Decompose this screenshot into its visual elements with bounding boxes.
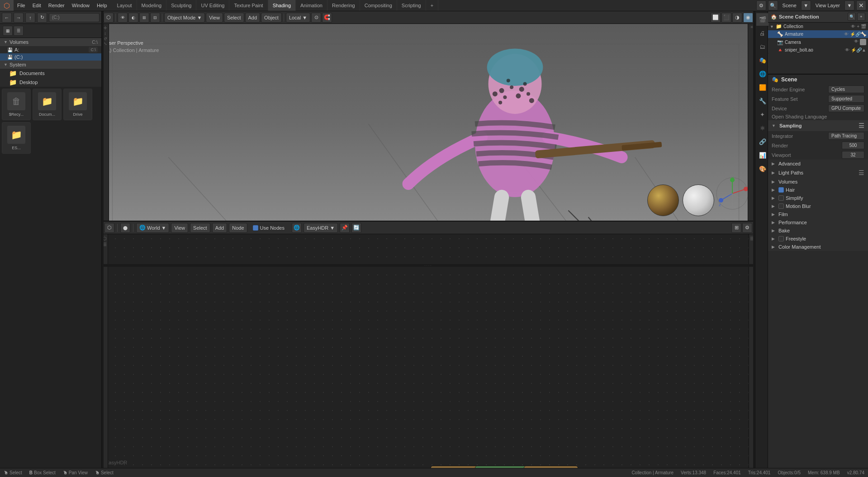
pivot-icon[interactable]: ⊙ <box>311 13 321 23</box>
armature-eye[interactable]: 👁 <box>844 32 849 37</box>
system-documents[interactable]: 📁 Documents <box>0 69 101 78</box>
tree-camera[interactable]: 📷 Camera 👁 <box>768 38 868 46</box>
device-value[interactable]: GPU Compute <box>828 104 864 112</box>
sniper-eye[interactable]: 👁 <box>845 47 849 52</box>
hair-checkbox[interactable] <box>778 187 784 193</box>
tab-add[interactable]: + <box>426 0 438 11</box>
prop-tab-particles[interactable]: ✦ <box>756 108 769 121</box>
view-layer-picker[interactable]: ▼ <box>844 0 854 10</box>
file-thumb-es[interactable]: 📁 ES... <box>2 122 31 154</box>
tab-texture-paint[interactable]: Texture Paint <box>229 0 268 11</box>
tab-shading[interactable]: Shading <box>268 0 296 11</box>
collection-cursor[interactable]: + <box>857 24 859 29</box>
add-menu[interactable]: Add <box>245 13 261 23</box>
use-nodes-checkbox[interactable] <box>253 225 258 231</box>
tab-modeling[interactable]: Modeling <box>137 0 167 11</box>
advanced-section[interactable]: ▶ Advanced <box>768 160 868 168</box>
prop-tab-output[interactable]: 🖨 <box>756 27 769 39</box>
collection-eye[interactable]: 👁 <box>851 24 855 29</box>
ne-view-mode[interactable]: ⬤ <box>120 223 130 233</box>
vp-view-mode[interactable]: 👁 <box>118 13 128 23</box>
volume-c[interactable]: 💾 (C:) <box>0 53 101 61</box>
file-thumb-recycle[interactable]: 🗑 $Recy... <box>2 89 31 120</box>
prop-tab-material[interactable]: 🎨 <box>756 162 769 175</box>
ne-node-btn[interactable]: Node <box>229 223 247 233</box>
right-divider[interactable] <box>753 11 755 468</box>
menu-file[interactable]: File <box>14 0 29 11</box>
ne-editor-type[interactable]: ⬡ <box>104 223 114 233</box>
prop-tab-physics[interactable]: ⚛ <box>756 122 769 134</box>
ne-overlay-btn[interactable]: ⊞ <box>731 223 741 233</box>
ne-pin-btn[interactable]: 📌 <box>340 223 350 233</box>
freestyle-section[interactable]: ▶ Freestyle <box>768 235 868 243</box>
prop-tab-view-layer[interactable]: 🗂 <box>756 40 769 53</box>
tab-compositing[interactable]: Compositing <box>360 0 397 11</box>
color-mgmt-section[interactable]: ▶ Color Management <box>768 243 868 251</box>
menu-help[interactable]: Help <box>93 0 111 11</box>
sidebar-fwd-btn[interactable]: → <box>14 13 24 23</box>
sidebar-back-btn[interactable]: ← <box>2 13 12 23</box>
list-view-btn[interactable]: ☰ <box>14 26 24 36</box>
sampling-section-header[interactable]: ▼ Sampling ☰ <box>768 120 868 131</box>
tab-layout[interactable]: Layout <box>113 0 137 11</box>
tab-animation[interactable]: Animation <box>296 0 327 11</box>
tree-collection[interactable]: ▼ 📁 Collection 👁 + 🎬 <box>768 23 868 30</box>
vp-rotate-icon[interactable]: ↻ <box>103 37 108 41</box>
viewport-samples-value[interactable]: 32 <box>842 151 864 159</box>
ne-select-btn[interactable]: Select <box>190 223 210 233</box>
blender-logo[interactable]: ⬡ <box>0 0 14 11</box>
vp-toggle1[interactable]: ◐ <box>128 13 138 23</box>
sidebar-refresh-btn[interactable]: ↻ <box>37 13 47 23</box>
motion-blur-checkbox[interactable] <box>778 203 784 209</box>
feature-set-value[interactable]: Supported <box>828 95 864 103</box>
integrator-value[interactable]: Path Tracing <box>828 132 864 140</box>
volume-a[interactable]: 💾 A: C:\ <box>0 46 101 53</box>
prop-tab-modifier[interactable]: 🔧 <box>756 94 769 107</box>
sidebar-up-btn[interactable]: ↑ <box>25 13 35 23</box>
render-samples-value[interactable]: 500 <box>842 142 864 149</box>
system-section[interactable]: ▼ System <box>0 61 101 69</box>
vp-move-icon[interactable]: ↔ <box>103 32 108 36</box>
solid-btn[interactable]: ⬛ <box>721 13 731 23</box>
node-canvas[interactable]: Texture Coordinate Generated Normal UV O… <box>102 234 755 468</box>
volumes-section[interactable]: ▼ Volumes C:\ <box>0 38 101 46</box>
prop-tab-object[interactable]: 🟧 <box>756 81 769 94</box>
blender-icon-1[interactable]: ⚙ <box>756 0 766 10</box>
view-menu[interactable]: View <box>206 13 223 23</box>
prop-tab-constraints[interactable]: 🔗 <box>756 135 769 148</box>
close-icon[interactable]: ✕ <box>856 0 866 10</box>
ne-sync-btn[interactable]: 🔄 <box>351 223 361 233</box>
performance-section[interactable]: ▶ Performance <box>768 218 868 227</box>
bake-section[interactable]: ▶ Bake <box>768 227 868 235</box>
scene-picker[interactable]: ▼ <box>801 0 811 10</box>
camera-eye[interactable]: 👁 <box>854 39 859 45</box>
viewport-node-divider[interactable] <box>102 264 755 267</box>
tab-sculpting[interactable]: Sculpting <box>166 0 196 11</box>
lookdev-btn[interactable]: ◑ <box>732 13 742 23</box>
mode-dropdown[interactable]: Object Mode ▼ <box>164 13 205 23</box>
vp-toggle2[interactable]: ⊞ <box>139 13 149 23</box>
vp-scale-icon[interactable]: ⤢ <box>103 42 108 46</box>
search-icon[interactable]: 🔍 <box>768 0 778 10</box>
menu-render[interactable]: Render <box>45 0 68 11</box>
motion-blur-section[interactable]: ▶ Motion Blur <box>768 202 868 210</box>
render-engine-value[interactable]: Cycles <box>828 85 864 93</box>
scene-filter-btn[interactable]: 🔍 <box>848 13 856 21</box>
sampling-list-icon[interactable]: ☰ <box>859 122 864 129</box>
ne-world-dropdown[interactable]: 🌐 World ▼ <box>136 223 169 233</box>
scene-add-btn[interactable]: + <box>857 13 865 21</box>
vp-cursor-icon[interactable]: ✛ <box>103 26 108 30</box>
wireframe-btn[interactable]: ⬜ <box>711 13 721 23</box>
prop-tab-scene[interactable]: 🎭 <box>756 54 769 66</box>
transform-space[interactable]: Local ▼ <box>286 13 310 23</box>
tab-uv-editing[interactable]: UV Editing <box>196 0 229 11</box>
tree-armature[interactable]: 🦴 Armature 👁 ⚡🔗🦴 <box>768 30 868 38</box>
tree-sniper[interactable]: 🔺 sniper_bolt.ao 👁 ⚡🔗▲ <box>768 46 868 54</box>
file-thumb-documents[interactable]: 📁 Docum... <box>33 89 62 120</box>
menu-window[interactable]: Window <box>68 0 93 11</box>
light-paths-section[interactable]: ▶ Light Paths ☰ <box>768 168 868 178</box>
grid-view-btn[interactable]: ▦ <box>3 26 13 36</box>
prop-tab-render[interactable]: 🎬 <box>756 13 769 26</box>
freestyle-checkbox[interactable] <box>778 236 784 241</box>
file-thumb-drive[interactable]: 📁 Drive <box>63 89 92 120</box>
